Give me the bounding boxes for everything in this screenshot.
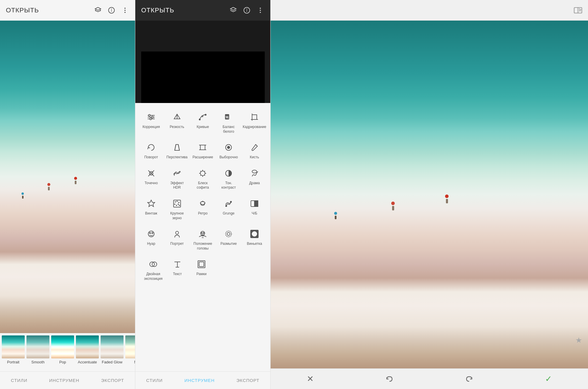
thumbnail-accentuate[interactable]: Accentuate [76,335,99,370]
tool-glamour[interactable]: Блеск софита [191,165,215,192]
tool-grunge[interactable]: Grunge [216,195,241,223]
svg-point-12 [260,10,261,11]
tool-head-pose[interactable]: Положение головы [191,226,215,253]
svg-line-52 [204,171,205,172]
svg-line-53 [200,175,201,176]
middle-dark-image-area [135,21,270,103]
portrait-tool-label: Портрет [170,242,184,246]
nav-tools-left[interactable]: ИНСТРУМЕН [43,375,85,386]
bw-icon [249,198,260,210]
svg-rect-91 [199,262,204,267]
svg-point-58 [175,202,176,202]
spot-icon [145,167,157,179]
grain-icon [171,198,183,210]
tool-bw[interactable]: Ч/Б [242,195,266,223]
close-action-icon[interactable]: ✕ [304,373,316,385]
nav-styles-middle[interactable]: СТИЛИ [140,375,169,386]
more-icon[interactable] [121,6,129,14]
middle-dark-image [141,51,265,103]
middle-more-icon[interactable] [256,6,264,14]
glamour-label: Блеск софита [192,181,214,190]
tool-expand[interactable]: Расширение [191,139,215,162]
svg-point-22 [199,119,200,120]
tool-perspective[interactable]: Перспектива [165,139,189,162]
svg-point-60 [179,202,179,203]
tool-spot[interactable]: Точечно [139,165,163,192]
tools-row-1: Коррекция Резкость [138,109,267,136]
tool-retro[interactable]: Ретро [191,195,215,223]
layers-icon[interactable] [94,6,102,14]
tool-vignette[interactable]: Виньетка [242,226,266,253]
middle-layers-icon[interactable] [229,6,237,14]
svg-point-40 [227,146,230,149]
thumbnails-row: Portrait Smooth Pop Accentuate Faded Glo… [0,333,135,371]
bookmark-icon[interactable]: ★ [575,336,582,345]
tool-frames[interactable]: Рамки [189,256,214,283]
undo-action-icon[interactable] [384,373,396,385]
tool-blur[interactable]: Размытие [216,226,241,253]
svg-point-59 [177,201,177,202]
tool-text[interactable]: Текст [165,256,189,283]
left-panel: ОТКРЫТЬ [0,0,135,389]
vintage-label: Винтаж [145,211,157,216]
tool-vintage[interactable]: Винтаж [139,195,163,223]
nav-tools-middle[interactable]: ИНСТРУМЕН [179,375,221,386]
thumbnail-pop[interactable]: Pop [51,335,74,370]
selective-icon [223,142,234,153]
crop-icon [249,111,260,123]
hdr-icon [171,167,183,179]
curves-label: Кривые [196,125,209,129]
thumbnail-smooth[interactable]: Smooth [26,335,49,370]
tool-rotate[interactable]: Поворот [139,139,163,162]
rotate-icon [145,142,157,153]
tool-crop[interactable]: Кадрирование [242,109,266,136]
tool-selective[interactable]: Выборочно [216,139,241,162]
text-tool-icon [171,258,183,270]
nav-styles-left[interactable]: СТИЛИ [5,375,33,386]
redo-action-icon[interactable] [463,373,475,385]
tools-row-5: Нуар Портрет [138,226,267,253]
tool-sharpness[interactable]: Резкость [165,109,189,136]
correction-label: Коррекция [142,125,160,129]
hdr-label: Эффект HDR [166,181,188,190]
thumbnail-faded-glow[interactable]: Faded Glow [101,335,124,370]
svg-point-78 [201,233,202,234]
drama-icon [249,167,260,179]
tool-brush[interactable]: Кисть [242,139,266,162]
head-pose-icon [197,228,209,240]
svg-rect-34 [200,145,205,150]
split-view-icon[interactable] [574,6,582,14]
tool-noir[interactable]: Нуар [139,226,163,253]
svg-line-68 [203,201,204,202]
sharpness-icon [171,111,183,123]
tool-wb[interactable]: W B Баланс белого [216,109,241,136]
info-icon[interactable] [107,6,116,14]
blur-icon [223,228,234,240]
thumbnail-mo[interactable]: Mo [125,335,135,370]
tool-drama[interactable]: Драма [242,165,266,192]
confirm-action-icon[interactable]: ✓ [542,373,554,385]
svg-point-19 [150,118,151,120]
tool-correction[interactable]: Коррекция [139,109,163,136]
wb-label: Баланс белого [218,125,239,134]
right-header [271,0,588,21]
nav-export-middle[interactable]: ЭКСПОРТ [231,375,265,386]
bw-label: Ч/Б [251,211,257,216]
tool-curves[interactable]: Кривые [191,109,215,136]
thumbnail-portrait[interactable]: Portrait [2,335,25,370]
tool-tone-contrast[interactable]: Тон. контраст [216,165,241,192]
thumbnail-faded-glow-label: Faded Glow [102,360,122,364]
middle-info-icon[interactable] [243,6,251,14]
tone-contrast-icon [223,167,234,179]
tool-grain[interactable]: Крупное зерно [165,195,189,223]
nav-export-left[interactable]: ЭКСПОРТ [95,375,130,386]
thumbnail-accentuate-img [76,335,99,358]
svg-point-11 [260,8,261,9]
tools-row-2: Поворот Перспектива [138,139,267,162]
thumbnail-smooth-img [26,335,49,358]
tool-double-exposure[interactable]: Двойная экспозиция [141,256,165,283]
thumbnail-pop-label: Pop [59,360,66,364]
svg-point-81 [226,231,231,237]
tool-portrait[interactable]: Портрет [165,226,189,253]
tool-hdr[interactable]: Эффект HDR [165,165,189,192]
